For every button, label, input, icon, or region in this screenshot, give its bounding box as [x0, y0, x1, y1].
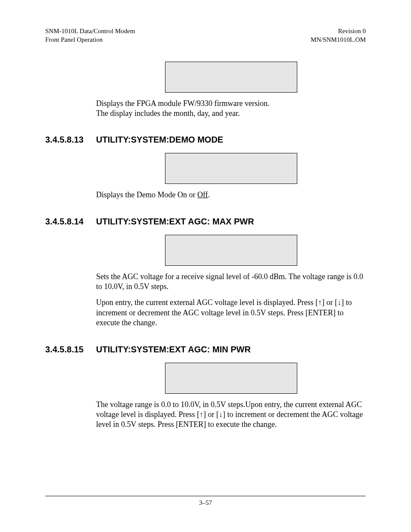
fpga-line1: Displays the FPGA module FW/9330 firmwar… — [96, 99, 269, 108]
heading-ext-agc-min: 3.4.5.8.15 UTILITY:SYSTEM:EXT AGC: MIN P… — [45, 344, 366, 355]
header-right-line2: MN/SNM1010L.OM — [311, 36, 366, 43]
heading-ext-agc-max: 3.4.5.8.14 UTILITY:SYSTEM:EXT AGC: MAX P… — [45, 216, 366, 227]
page-number: 3–57 — [45, 499, 366, 507]
section-fpga-text: Displays the FPGA module FW/9330 firmwar… — [96, 99, 366, 119]
heading-title: UTILITY:SYSTEM:EXT AGC: MIN PWR — [96, 344, 366, 355]
text-post: . — [208, 190, 210, 199]
section-ext-agc-min-body: The voltage range is 0.0 to 10.0V, in 0.… — [96, 363, 366, 430]
agc-min-para: The voltage range is 0.0 to 10.0V, in 0.… — [96, 400, 366, 430]
heading-number: 3.4.5.8.13 — [45, 134, 96, 145]
lcd-display-placeholder — [165, 363, 297, 394]
arrow-up-icon: ↑ — [318, 298, 322, 307]
text-pre: Displays the Demo Mode On or — [96, 190, 197, 199]
agc-max-para2: Upon entry, the current external AGC vol… — [96, 298, 366, 328]
demo-mode-text: Displays the Demo Mode On or Off. — [96, 190, 366, 200]
text-underlined-off: Off — [197, 190, 208, 199]
heading-number: 3.4.5.8.14 — [45, 216, 96, 227]
text-b: ] or [ — [203, 410, 219, 419]
arrow-up-icon: ↑ — [199, 410, 203, 419]
text-a: Upon entry, the current external AGC vol… — [96, 298, 318, 307]
lcd-display-placeholder — [165, 62, 297, 93]
lcd-display-placeholder — [165, 153, 297, 184]
text-b: ] or [ — [322, 298, 337, 307]
footer-rule — [45, 496, 366, 496]
agc-max-para1: Sets the AGC voltage for a receive signa… — [96, 272, 366, 292]
heading-title: UTILITY:SYSTEM:EXT AGC: MAX PWR — [96, 216, 366, 227]
page-header: SNM-1010L Data/Control Modem Front Panel… — [45, 27, 366, 44]
document-page: SNM-1010L Data/Control Modem Front Panel… — [0, 0, 411, 532]
fpga-line2: The display includes the month, day, and… — [96, 109, 240, 118]
header-right-line1: Revision 0 — [338, 28, 366, 34]
heading-title: UTILITY:SYSTEM:DEMO MODE — [96, 134, 366, 145]
section-demo-mode-body: Displays the Demo Mode On or Off. — [96, 153, 366, 200]
heading-demo-mode: 3.4.5.8.13 UTILITY:SYSTEM:DEMO MODE — [45, 134, 366, 145]
arrow-down-icon: ↓ — [219, 410, 223, 419]
lcd-display-placeholder — [165, 235, 297, 266]
page-footer: 3–57 — [45, 496, 366, 507]
heading-number: 3.4.5.8.15 — [45, 344, 96, 355]
header-left: SNM-1010L Data/Control Modem Front Panel… — [45, 27, 135, 44]
header-left-line2: Front Panel Operation — [45, 36, 103, 43]
section-fpga: Displays the FPGA module FW/9330 firmwar… — [96, 62, 366, 119]
section-ext-agc-max-body: Sets the AGC voltage for a receive signa… — [96, 235, 366, 328]
arrow-down-icon: ↓ — [337, 298, 341, 307]
header-right: Revision 0 MN/SNM1010L.OM — [311, 27, 366, 44]
header-left-line1: SNM-1010L Data/Control Modem — [45, 28, 135, 34]
